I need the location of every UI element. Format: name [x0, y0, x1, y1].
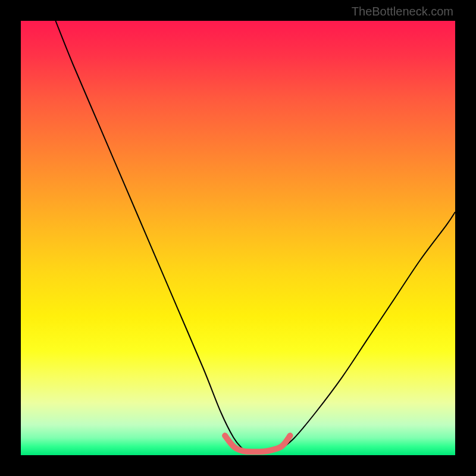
gradient-plot-area	[21, 21, 455, 455]
bottom-segment	[225, 436, 290, 452]
watermark-text: TheBottleneck.com	[352, 5, 453, 18]
chart-svg	[21, 21, 455, 455]
right-curve	[281, 212, 455, 449]
left-curve	[55, 21, 242, 449]
